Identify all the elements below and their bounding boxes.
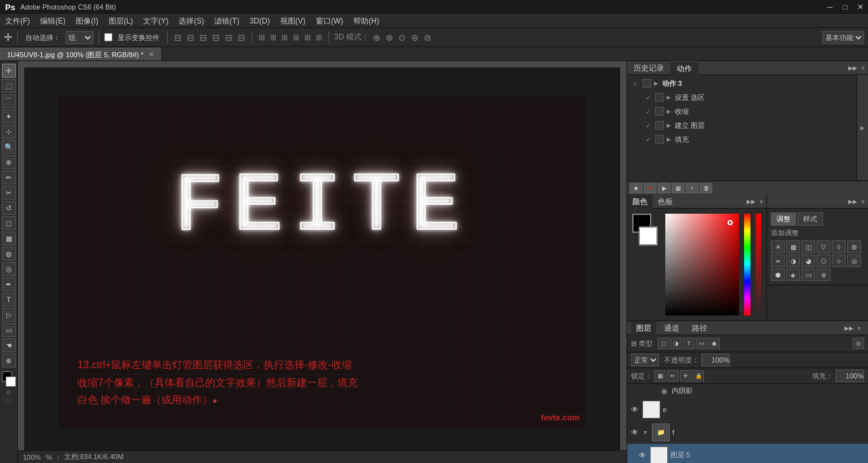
workspace-dropdown[interactable]: 基本功能	[822, 31, 864, 44]
hand-tool[interactable]: ☚	[2, 338, 16, 352]
align-middle-icon[interactable]: ⊟	[224, 32, 234, 43]
hsl-icon[interactable]: ⊞	[847, 240, 861, 253]
background-color[interactable]	[6, 377, 16, 387]
record-button[interactable]: ●	[644, 183, 656, 193]
menu-filter[interactable]: 滤镜(T)	[209, 14, 244, 28]
layers-toggle-icon[interactable]: ◎	[853, 338, 864, 349]
curves-icon[interactable]: ◫	[801, 240, 815, 253]
selective-color-icon[interactable]: ⊚	[817, 268, 831, 281]
color-spectrum[interactable]	[744, 214, 750, 315]
layers-tab[interactable]: 图层	[631, 321, 656, 335]
channel-mixer-icon[interactable]: ⬡	[817, 254, 831, 267]
color-indicator[interactable]	[2, 371, 16, 388]
menu-file[interactable]: 文件(F)	[0, 14, 35, 28]
style-tab[interactable]: 样式	[797, 212, 823, 226]
3d-icon2[interactable]: ⊗	[384, 32, 395, 43]
invert-icon[interactable]: ◎	[847, 254, 861, 267]
panel-options-icon[interactable]: ≡	[858, 63, 868, 73]
new-action-set-button[interactable]: ▦	[672, 183, 684, 193]
dist-v2-icon[interactable]: ⊞	[292, 33, 301, 42]
history-tab[interactable]: 历史记录	[627, 61, 670, 75]
stop-button[interactable]: ■	[630, 183, 642, 193]
align-left-icon[interactable]: ⊟	[173, 32, 183, 43]
layer-eye-5[interactable]: 👁	[637, 450, 648, 460]
history-brush-tool[interactable]: ↺	[2, 201, 16, 215]
magic-wand-tool[interactable]: ✦	[2, 109, 16, 123]
3d-icon5[interactable]: ⊘	[423, 32, 433, 43]
brush-tool[interactable]: ✏	[2, 170, 16, 184]
filter-adjust-icon[interactable]: ◑	[670, 338, 682, 349]
menu-edit[interactable]: 编辑(E)	[35, 14, 71, 28]
menu-view[interactable]: 视图(V)	[275, 14, 311, 28]
type-tool[interactable]: T	[2, 293, 16, 307]
dist-h2-icon[interactable]: ⊞	[280, 33, 289, 42]
layer-eye-1a[interactable]: ◉	[659, 386, 669, 396]
screen-mode-icon[interactable]: ⬚	[6, 397, 11, 403]
delete-action-button[interactable]: 🗑	[700, 183, 712, 193]
vibrance-icon[interactable]: ◊	[832, 240, 846, 253]
heal-tool[interactable]: ⊕	[2, 155, 16, 169]
menu-select[interactable]: 选择(S)	[173, 14, 209, 28]
color-panel-menu[interactable]: ▶▶	[746, 197, 756, 207]
menu-window[interactable]: 窗口(W)	[311, 14, 348, 28]
dist-h3-icon[interactable]: ⊞	[303, 33, 312, 42]
color-tab[interactable]: 颜色	[627, 195, 653, 209]
expand-icon[interactable]: ▶	[860, 125, 865, 131]
menu-3d[interactable]: 3D(D)	[245, 14, 275, 28]
threshold-icon[interactable]: ◈	[786, 268, 800, 281]
actions-tab[interactable]: 动作	[670, 61, 698, 75]
eyedropper-tool[interactable]: 🔍	[2, 140, 16, 154]
gradient-map-icon[interactable]: ▭	[801, 268, 815, 281]
layer-item-f-group[interactable]: 👁 ▼ 📁 f	[627, 421, 868, 444]
channels-tab[interactable]: 通道	[659, 321, 684, 335]
lock-all-icon[interactable]: 🔒	[693, 370, 704, 382]
path-select-tool[interactable]: ▷	[2, 308, 16, 322]
play-button[interactable]: ▶	[658, 183, 670, 193]
action-item-1[interactable]: ✓ ▶ 设置 选区	[628, 90, 855, 104]
gradient-tool[interactable]: ▦	[2, 232, 16, 245]
layer-item-e[interactable]: 👁 e	[627, 398, 868, 421]
action-item-4[interactable]: ✓ ▶ 填充	[628, 132, 855, 146]
panel-menu-icon[interactable]: ▶▶	[848, 63, 858, 73]
opacity-input[interactable]	[702, 354, 730, 366]
action-group-item[interactable]: ✓ ▶ 动作 3	[628, 76, 855, 90]
layers-menu-icon[interactable]: ▶▶	[844, 323, 854, 333]
layer-item-inner-shadow-top[interactable]: ◉ 内阴影	[627, 384, 868, 398]
background-color-box[interactable]	[639, 226, 658, 245]
menu-help[interactable]: 帮助(H)	[348, 14, 384, 28]
dist-v3-icon[interactable]: ⊞	[315, 33, 323, 42]
maximize-button[interactable]: □	[837, 0, 853, 14]
color-lookup-icon[interactable]: ⊹	[832, 254, 846, 267]
move-tool-icon[interactable]: ✛	[4, 31, 12, 43]
align-bottom-icon[interactable]: ⊟	[236, 32, 247, 43]
blur-tool[interactable]: ◍	[2, 247, 16, 261]
dodge-tool[interactable]: ◎	[2, 262, 16, 276]
lock-transparent-icon[interactable]: ▦	[654, 370, 666, 382]
swatches-tab[interactable]: 色板	[653, 195, 678, 209]
zoom-tool[interactable]: ⊕	[2, 354, 16, 368]
levels-icon[interactable]: ▦	[786, 240, 800, 253]
3d-icon4[interactable]: ⊛	[410, 32, 420, 43]
align-right-icon[interactable]: ⊟	[198, 32, 208, 43]
style-panel-menu[interactable]: ▶▶	[848, 197, 858, 207]
document-tab[interactable]: 1U45UV8-1.jpg @ 100% (图层 5, RGB/8#) * ✕	[0, 48, 161, 60]
shape-tool[interactable]: ▭	[2, 323, 16, 337]
layer-eye-f[interactable]: 👁	[630, 427, 640, 438]
close-button[interactable]: ✕	[853, 0, 868, 14]
dist-v-icon[interactable]: ⊞	[269, 33, 278, 42]
clone-tool[interactable]: ✂	[2, 186, 16, 200]
show-transform-checkbox[interactable]	[104, 33, 112, 41]
filter-type-icon[interactable]: T	[683, 338, 695, 349]
color-gradient-picker[interactable]	[665, 214, 739, 315]
layers-options-icon[interactable]: ≡	[854, 323, 864, 333]
action-item-2[interactable]: ✓ ▶ 收缩	[628, 104, 855, 118]
paths-tab[interactable]: 路径	[687, 321, 712, 335]
align-center-icon[interactable]: ⊟	[186, 32, 196, 43]
lock-position-icon[interactable]: ✛	[680, 370, 691, 382]
menu-type[interactable]: 文字(Y)	[138, 14, 173, 28]
lock-paint-icon[interactable]: ✏	[667, 370, 679, 382]
minimize-button[interactable]: ─	[822, 0, 837, 14]
align-top-icon[interactable]: ⊟	[211, 32, 221, 43]
tab-close-button[interactable]: ✕	[149, 48, 154, 61]
color-balance-icon[interactable]: ≖	[771, 254, 785, 267]
